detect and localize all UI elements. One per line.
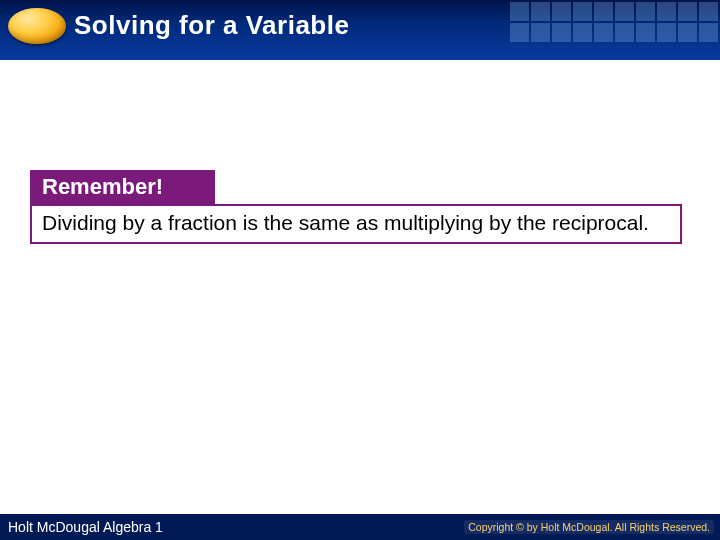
slide-header: Solving for a Variable <box>0 0 720 60</box>
copyright-text: Copyright © by Holt McDougal. All Rights… <box>464 520 714 534</box>
slide-footer: Holt McDougal Algebra 1 Copyright © by H… <box>0 514 720 540</box>
footer-left-text: Holt McDougal Algebra 1 <box>8 519 163 535</box>
footer-right-text: Copyright © by Holt McDougal. All Rights… <box>464 520 714 534</box>
header-lozenge-icon <box>8 8 66 44</box>
callout-box: Remember! Dividing by a fraction is the … <box>30 170 682 244</box>
callout-label: Remember! <box>30 170 215 204</box>
callout-body: Dividing by a fraction is the same as mu… <box>30 204 682 244</box>
page-title: Solving for a Variable <box>74 10 349 41</box>
header-grid-decoration <box>510 0 720 44</box>
